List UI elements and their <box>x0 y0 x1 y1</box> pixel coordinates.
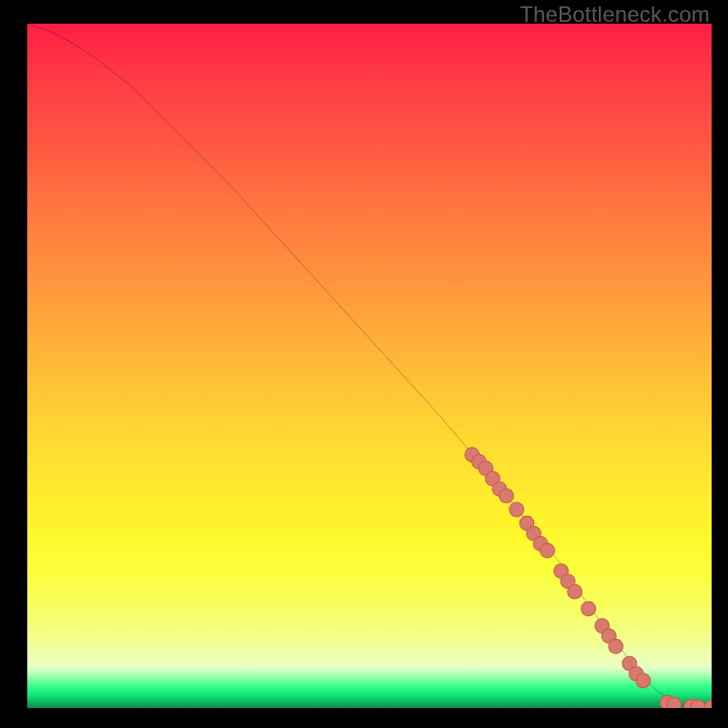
data-marker <box>667 697 682 708</box>
chart-stage: TheBottleneck.com <box>0 0 728 728</box>
marker-group <box>465 448 712 708</box>
data-marker <box>541 543 555 558</box>
plot-area <box>27 24 712 708</box>
data-marker <box>636 673 651 688</box>
data-marker <box>609 639 623 653</box>
data-marker <box>510 502 524 517</box>
data-marker <box>704 700 712 708</box>
data-marker <box>568 584 582 599</box>
bottleneck-curve-group <box>27 24 712 708</box>
bottleneck-curve-path <box>27 24 712 708</box>
curve-layer <box>27 24 712 708</box>
data-marker <box>500 489 514 503</box>
data-marker <box>581 602 596 616</box>
